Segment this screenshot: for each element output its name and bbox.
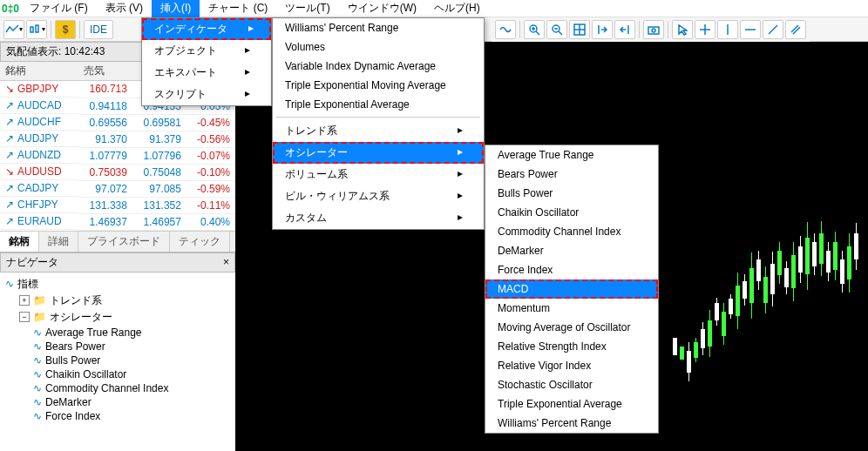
- navigator-close-icon[interactable]: ×: [223, 256, 229, 268]
- menu-item[interactable]: Stochastic Oscillator: [485, 375, 658, 394]
- svg-point-6: [652, 29, 655, 32]
- line-chart-button[interactable]: ▾: [3, 20, 24, 39]
- menu-file[interactable]: ファイル (F): [21, 0, 97, 17]
- zoom-in-button[interactable]: [524, 20, 545, 39]
- navigator-panel: ナビゲータ × ∿指標+📁トレンド系−📁オシレーター∿Average True …: [0, 252, 235, 452]
- table-row[interactable]: ↗AUDCHF 0.69556 0.69581 -0.45%: [0, 114, 235, 131]
- svg-rect-5: [648, 27, 659, 34]
- ide-button[interactable]: IDE: [84, 20, 113, 39]
- navigator-title-text: ナビゲータ: [6, 255, 58, 270]
- menu-item[interactable]: MACD: [485, 279, 658, 299]
- tab-tick[interactable]: ティック: [170, 232, 230, 252]
- horizontal-line-button[interactable]: [740, 20, 761, 39]
- menu-tools[interactable]: ツール(T): [276, 0, 338, 17]
- tree-group[interactable]: +📁トレンド系: [5, 293, 230, 309]
- tree-item[interactable]: ∿Bulls Power: [5, 353, 230, 367]
- svg-rect-0: [31, 27, 33, 32]
- channel-button[interactable]: [785, 20, 806, 39]
- cursor-button[interactable]: [672, 20, 693, 39]
- menu-item[interactable]: Volumes: [273, 37, 484, 57]
- menu-item[interactable]: オブジェクト▸: [142, 40, 271, 62]
- menu-item[interactable]: Average True Range: [485, 145, 658, 165]
- table-row[interactable]: ↘AUDUSD 0.75039 0.75048 -0.10%: [0, 164, 235, 180]
- tree-item[interactable]: ∿Bears Power: [5, 340, 230, 353]
- menu-item[interactable]: Relative Vigor Index: [485, 356, 658, 375]
- insert-menu: インディケータ▸オブジェクト▸エキスパート▸スクリプト▸: [141, 17, 272, 106]
- app-logo-icon: 0‡0: [3, 2, 17, 16]
- menu-item[interactable]: Momentum: [485, 299, 658, 318]
- menu-item[interactable]: DeMarker: [485, 241, 658, 260]
- tab-symbols[interactable]: 銘柄: [0, 232, 39, 252]
- menu-item[interactable]: スクリプト▸: [142, 84, 271, 105]
- menu-item[interactable]: Commodity Channel Index: [485, 222, 658, 241]
- table-row[interactable]: ↗AUDJPY 91.370 91.379 -0.56%: [0, 131, 235, 147]
- navigator-tree: ∿指標+📁トレンド系−📁オシレーター∿Average True Range∿Be…: [0, 273, 235, 427]
- menu-item[interactable]: Relative Strength Index: [485, 337, 658, 356]
- dollar-button[interactable]: $: [55, 20, 76, 39]
- menu-item[interactable]: Triple Exponential Average: [485, 394, 658, 414]
- grid-button[interactable]: [569, 20, 590, 39]
- tree-item[interactable]: ∿Commodity Channel Index: [5, 381, 230, 395]
- wave-icon[interactable]: [495, 20, 516, 39]
- menu-item[interactable]: Williams' Percent Range: [485, 414, 658, 433]
- col-bid[interactable]: 売気: [78, 62, 132, 81]
- tree-root[interactable]: ∿指標: [5, 276, 230, 293]
- menu-item[interactable]: Williams' Percent Range: [273, 18, 484, 37]
- table-row[interactable]: ↗CADJPY 97.072 97.085 -0.59%: [0, 180, 235, 197]
- menu-insert[interactable]: 挿入(I): [152, 0, 200, 17]
- menu-item[interactable]: Triple Exponential Average: [273, 95, 484, 114]
- menu-item[interactable]: Bears Power: [485, 165, 658, 184]
- menu-item[interactable]: インディケータ▸: [142, 18, 271, 40]
- tab-details[interactable]: 詳細: [39, 232, 78, 252]
- tree-group[interactable]: −📁オシレーター: [5, 309, 230, 326]
- menu-item[interactable]: Chaikin Oscillator: [485, 203, 658, 222]
- zoom-out-button[interactable]: [546, 20, 567, 39]
- candlestick-chart: [673, 216, 865, 390]
- menu-item[interactable]: ビル・ウィリアムス系▸: [273, 185, 484, 207]
- menu-bar: 0‡0 ファイル (F) 表示 (V) 挿入(I) チャート (C) ツール(T…: [0, 0, 868, 17]
- table-row[interactable]: ↗EURAUD 1.46937 1.46957 0.40%: [0, 213, 235, 230]
- menu-item[interactable]: Moving Average of Oscillator: [485, 318, 658, 337]
- menu-item[interactable]: Bulls Power: [485, 184, 658, 203]
- menu-item[interactable]: エキスパート▸: [142, 62, 271, 84]
- table-row[interactable]: ↗CHFJPY 131.338 131.352 -0.11%: [0, 197, 235, 213]
- shift-button[interactable]: [592, 20, 613, 39]
- oscillators-submenu: Average True RangeBears PowerBulls Power…: [485, 145, 659, 434]
- tree-item[interactable]: ∿Chaikin Oscillator: [5, 367, 230, 381]
- tree-item[interactable]: ∿DeMarker: [5, 395, 230, 409]
- toolbar-separator: [79, 21, 80, 38]
- menu-item[interactable]: カスタム▸: [273, 207, 484, 229]
- menu-chart[interactable]: チャート (C): [200, 0, 276, 17]
- col-symbol[interactable]: 銘柄: [0, 62, 78, 81]
- menu-window[interactable]: ウインドウ(W): [339, 0, 425, 17]
- tree-item[interactable]: ∿Force Index: [5, 409, 230, 423]
- trend-line-button[interactable]: [763, 20, 783, 39]
- menu-item[interactable]: Variable Index Dynamic Average: [273, 57, 484, 76]
- menu-item[interactable]: Triple Exponential Moving Average: [273, 76, 484, 95]
- svg-rect-1: [36, 25, 38, 32]
- quotes-tabs: 銘柄 詳細 プライスボード ティック: [0, 231, 235, 252]
- menu-item[interactable]: Force Index: [485, 260, 658, 279]
- tree-item[interactable]: ∿Average True Range: [5, 326, 230, 340]
- menu-item[interactable]: ボリューム系▸: [273, 164, 484, 185]
- menu-help[interactable]: ヘルプ(H): [425, 0, 489, 17]
- menu-item[interactable]: トレンド系▸: [273, 120, 484, 142]
- indicators-submenu: Williams' Percent RangeVolumesVariable I…: [272, 17, 485, 230]
- quotes-title-text: 気配値表示: 10:42:43: [6, 44, 105, 59]
- menu-view[interactable]: 表示 (V): [97, 0, 152, 17]
- camera-button[interactable]: [643, 20, 664, 39]
- crosshair-button[interactable]: [695, 20, 715, 39]
- toolbar-separator: [51, 21, 51, 38]
- chart-toolbar: [492, 17, 810, 42]
- tab-priceboard[interactable]: プライスボード: [78, 232, 170, 252]
- auto-scroll-button[interactable]: [614, 20, 635, 39]
- vertical-line-button[interactable]: [717, 20, 738, 39]
- table-row[interactable]: ↗AUDNZD 1.07779 1.07796 -0.07%: [0, 147, 235, 164]
- navigator-title: ナビゲータ ×: [0, 252, 235, 273]
- menu-item[interactable]: オシレーター▸: [273, 142, 484, 164]
- candlestick-button[interactable]: ▾: [26, 20, 47, 39]
